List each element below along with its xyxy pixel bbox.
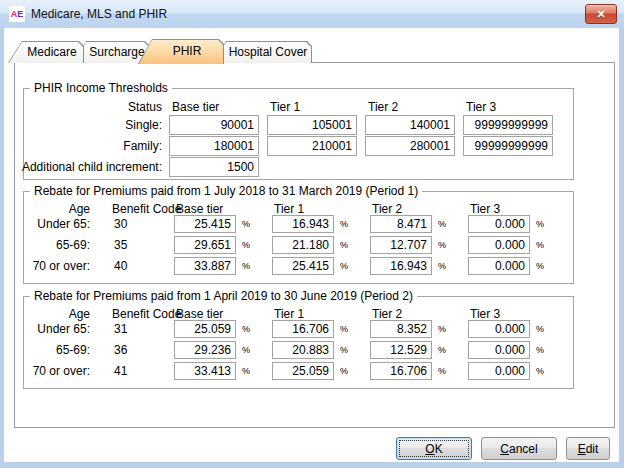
percent-sign: % (242, 320, 250, 338)
percent-sign: % (340, 320, 348, 338)
ok-button-label-rest: K (435, 442, 443, 456)
column-header-base-tier: Base tier (172, 100, 219, 114)
row-label-70-or-over: 70 or over: (18, 362, 90, 380)
column-header-status: Status (16, 100, 162, 114)
dialog-client-area: Medicare Surcharge PHIR Hospital Cover P… (4, 28, 619, 462)
tab-hospital-cover-label: Hospital Cover (212, 41, 312, 63)
field-family-tier1[interactable]: 210001 (267, 136, 357, 156)
group-legend: Rebate for Premiums paid from 1 April 20… (30, 289, 417, 303)
tab-medicare-label: Medicare (8, 41, 84, 63)
benefit-code-65-69: 36 (114, 341, 127, 359)
phir-tab-panel: PHIR Income Thresholds Status Base tier … (14, 62, 615, 428)
tab-hospital-cover[interactable]: Hospital Cover (212, 41, 312, 63)
percent-sign: % (438, 341, 446, 359)
percent-sign: % (536, 236, 544, 254)
dialog-button-bar: OK Cancel Edit (396, 437, 610, 460)
cancel-button-label: C (500, 442, 509, 456)
field-family-base-tier[interactable]: 180001 (169, 136, 259, 156)
app-icon-letter-e: E (17, 9, 23, 19)
field-p1-under65-tier2[interactable]: 8.471 (370, 215, 432, 233)
field-single-tier2[interactable]: 140001 (365, 115, 455, 135)
cancel-button[interactable]: Cancel (481, 437, 557, 460)
field-p2-under65-tier3[interactable]: 0.000 (468, 320, 530, 338)
percent-sign: % (340, 215, 348, 233)
benefit-code-under-65: 30 (114, 215, 127, 233)
field-p1-6569-base[interactable]: 29.651 (174, 236, 236, 254)
field-p1-70over-tier1[interactable]: 25.415 (272, 257, 334, 275)
field-additional-child-increment[interactable]: 1500 (169, 157, 259, 177)
percent-sign: % (536, 320, 544, 338)
percent-sign: % (340, 341, 348, 359)
column-header-tier3: Tier 3 (470, 307, 500, 321)
window-title: Medicare, MLS and PHIR (31, 0, 167, 28)
group-legend: Rebate for Premiums paid from 1 July 201… (30, 184, 422, 198)
field-p2-70over-base[interactable]: 33.413 (174, 362, 236, 380)
percent-sign: % (536, 215, 544, 233)
percent-sign: % (438, 236, 446, 254)
ok-button[interactable]: OK (396, 437, 472, 460)
column-header-tier1: Tier 1 (274, 307, 304, 321)
row-label-under-65: Under 65: (18, 320, 90, 338)
field-p1-under65-base[interactable]: 25.415 (174, 215, 236, 233)
row-label-65-69: 65-69: (18, 236, 90, 254)
benefit-code-65-69: 35 (114, 236, 127, 254)
field-p2-70over-tier1[interactable]: 25.059 (272, 362, 334, 380)
field-p1-6569-tier1[interactable]: 21.180 (272, 236, 334, 254)
field-p1-6569-tier2[interactable]: 12.707 (370, 236, 432, 254)
column-header-tier1: Tier 1 (270, 100, 300, 114)
field-p2-6569-tier2[interactable]: 12.529 (370, 341, 432, 359)
app-icon: AE (9, 6, 25, 22)
field-p2-70over-tier2[interactable]: 16.706 (370, 362, 432, 380)
column-header-tier3: Tier 3 (470, 202, 500, 216)
percent-sign: % (340, 236, 348, 254)
field-p2-6569-base[interactable]: 29.236 (174, 341, 236, 359)
row-label-additional-child-increment: Additional child increment: (16, 157, 162, 177)
row-label-65-69: 65-69: (18, 341, 90, 359)
edit-button[interactable]: Edit (566, 437, 610, 460)
field-p1-70over-base[interactable]: 33.887 (174, 257, 236, 275)
tab-phir[interactable]: PHIR (138, 39, 224, 64)
field-p2-under65-tier2[interactable]: 8.352 (370, 320, 432, 338)
benefit-code-under-65: 31 (114, 320, 127, 338)
field-p2-6569-tier3[interactable]: 0.000 (468, 341, 530, 359)
field-p2-6569-tier1[interactable]: 20.883 (272, 341, 334, 359)
field-p2-70over-tier3[interactable]: 0.000 (468, 362, 530, 380)
title-bar: AE Medicare, MLS and PHIR ✕ (0, 0, 624, 28)
percent-sign: % (536, 341, 544, 359)
field-p2-under65-base[interactable]: 25.059 (174, 320, 236, 338)
field-family-tier3[interactable]: 99999999999 (463, 136, 553, 156)
benefit-code-70-or-over: 41 (114, 362, 127, 380)
close-icon: ✕ (596, 8, 605, 20)
row-label-family: Family: (16, 136, 162, 156)
column-header-age: Age (18, 202, 90, 216)
row-label-70-or-over: 70 or over: (18, 257, 90, 275)
percent-sign: % (438, 257, 446, 275)
period1-rebate-group: Rebate for Premiums paid from 1 July 201… (23, 191, 574, 284)
column-header-age: Age (18, 307, 90, 321)
field-p1-70over-tier2[interactable]: 16.943 (370, 257, 432, 275)
column-header-tier2: Tier 2 (368, 100, 398, 114)
row-label-single: Single: (16, 115, 162, 135)
dialog-window: AE Medicare, MLS and PHIR ✕ Medicare Sur… (0, 0, 624, 468)
field-p1-under65-tier3[interactable]: 0.000 (468, 215, 530, 233)
ok-button-label: O (425, 442, 434, 456)
field-single-base-tier[interactable]: 90001 (169, 115, 259, 135)
percent-sign: % (438, 215, 446, 233)
field-p1-under65-tier1[interactable]: 16.943 (272, 215, 334, 233)
close-button[interactable]: ✕ (585, 4, 617, 24)
phir-income-thresholds-group: PHIR Income Thresholds Status Base tier … (23, 88, 574, 180)
field-single-tier1[interactable]: 105001 (267, 115, 357, 135)
column-header-benefit-code: Benefit Code (112, 307, 181, 321)
field-family-tier2[interactable]: 280001 (365, 136, 455, 156)
field-p1-6569-tier3[interactable]: 0.000 (468, 236, 530, 254)
percent-sign: % (242, 236, 250, 254)
field-single-tier3[interactable]: 99999999999 (463, 115, 553, 135)
column-header-base-tier: Base tier (176, 307, 223, 321)
percent-sign: % (438, 320, 446, 338)
group-legend: PHIR Income Thresholds (30, 81, 172, 95)
field-p1-70over-tier3[interactable]: 0.000 (468, 257, 530, 275)
percent-sign: % (536, 257, 544, 275)
field-p2-under65-tier1[interactable]: 16.706 (272, 320, 334, 338)
tab-medicare[interactable]: Medicare (8, 41, 84, 63)
benefit-code-70-or-over: 40 (114, 257, 127, 275)
